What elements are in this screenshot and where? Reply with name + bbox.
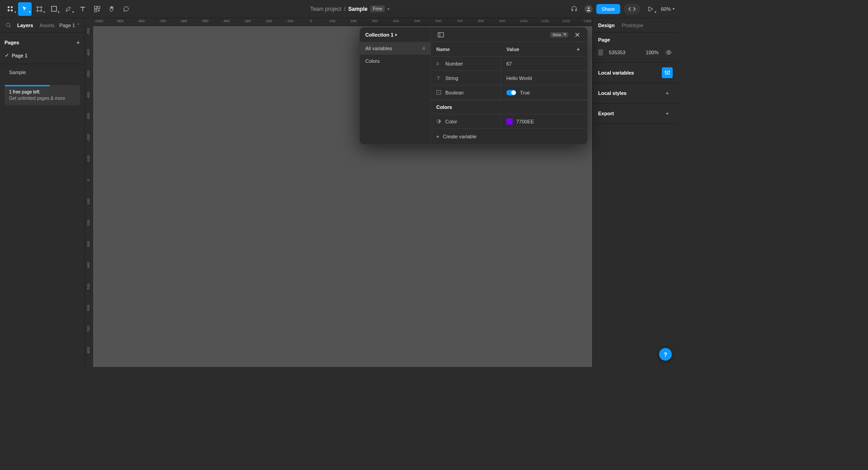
chevron-down-icon: ▾ xyxy=(43,10,45,14)
help-label: ? xyxy=(664,351,667,358)
upsell-progress xyxy=(5,85,50,86)
var-value[interactable]: Hello World xyxy=(506,75,532,81)
svg-rect-1 xyxy=(11,6,13,8)
project-breadcrumb[interactable]: Team project xyxy=(310,6,341,12)
frame-tool[interactable]: ▾ xyxy=(33,2,46,16)
text-tool[interactable] xyxy=(76,2,90,16)
var-value[interactable]: 7700EE xyxy=(516,119,534,124)
zoom-control[interactable]: 60% ▾ xyxy=(661,6,675,12)
ruler-tick: 400 xyxy=(393,19,399,23)
tab-design[interactable]: Design xyxy=(598,23,615,28)
bg-hex-input[interactable] xyxy=(607,48,634,57)
ruler-tick: 500 xyxy=(86,283,90,289)
variable-group-colors[interactable]: Colors xyxy=(360,55,430,67)
export-title: Export xyxy=(598,111,614,116)
variable-row-number[interactable]: # Number 67 xyxy=(431,56,587,71)
color-swatch[interactable] xyxy=(506,118,513,125)
left-tabs: Layers Assets xyxy=(17,23,55,28)
ruler-vertical: -700-600-500-400-300-200-100010020030040… xyxy=(85,26,93,367)
search-button[interactable] xyxy=(5,21,13,29)
pen-tool[interactable]: ▾ xyxy=(61,2,75,16)
add-export-button[interactable]: + xyxy=(662,108,673,119)
tab-prototype[interactable]: Prototype xyxy=(622,23,643,28)
chevron-down-icon: ▾ xyxy=(72,10,74,14)
tab-layers[interactable]: Layers xyxy=(17,23,33,28)
toggle-sidebar-button[interactable] xyxy=(435,29,446,40)
resources-icon xyxy=(94,6,100,12)
page-row[interactable]: ✓ Page 1 xyxy=(0,50,85,61)
svg-rect-6 xyxy=(98,6,100,9)
ruler-tick: 200 xyxy=(86,220,90,226)
hand-tool[interactable] xyxy=(105,2,118,16)
ruler-tick: -300 xyxy=(86,113,90,120)
var-value[interactable]: 67 xyxy=(506,61,512,66)
variable-row-string[interactable]: String Hello World xyxy=(431,71,587,85)
ruler-horizontal: -1000-900-800-700-600-500-400-300-200-10… xyxy=(93,18,592,26)
chevron-down-icon: ▾ xyxy=(655,10,656,14)
plus-icon: + xyxy=(666,111,669,116)
svg-rect-7 xyxy=(94,9,97,12)
bg-opacity-input[interactable] xyxy=(641,48,661,57)
share-button[interactable]: Share xyxy=(596,4,620,14)
ruler-tick: -300 xyxy=(244,19,251,23)
group-label: Colors xyxy=(365,58,380,64)
present-button[interactable]: ▾ xyxy=(644,2,657,16)
ruler-tick: 800 xyxy=(86,347,90,353)
variables-table: Beta Name Value + # Number 67 xyxy=(431,28,587,144)
beta-badge[interactable]: Beta xyxy=(550,32,568,38)
svg-point-10 xyxy=(668,52,670,53)
toolbar-right: Share ▾ 60% ▾ xyxy=(567,2,675,16)
chevron-down-icon: ▾ xyxy=(395,33,397,37)
variables-top-bar: Beta xyxy=(431,28,587,42)
variable-row-boolean[interactable]: Boolean True xyxy=(431,85,587,100)
boolean-type-icon xyxy=(436,90,442,95)
local-styles-title: Local styles xyxy=(598,90,627,96)
person-icon xyxy=(586,6,591,12)
resources-tool[interactable] xyxy=(90,2,104,16)
col-value: Value xyxy=(506,47,519,52)
ruler-tick: 400 xyxy=(86,262,90,268)
upsell-card[interactable]: 1 free page left. Get unlimited pages & … xyxy=(5,85,80,105)
ruler-tick: 600 xyxy=(435,19,441,23)
upsell-line1: 1 free page left. xyxy=(9,89,75,94)
eye-icon xyxy=(665,49,672,56)
open-variables-button[interactable] xyxy=(662,67,673,78)
variable-row-color[interactable]: Color 7700EE xyxy=(431,114,587,129)
file-name[interactable]: Sample xyxy=(348,6,368,12)
layer-row[interactable]: Sample xyxy=(0,67,85,78)
close-modal-button[interactable] xyxy=(572,29,583,40)
tab-assets[interactable]: Assets xyxy=(39,23,54,28)
comment-tool[interactable] xyxy=(119,2,133,16)
beta-label: Beta xyxy=(552,33,561,37)
variable-group-all[interactable]: All variables 4 xyxy=(360,42,430,55)
ruler-tick: -100 xyxy=(86,155,90,163)
variables-collection-header[interactable]: Collection 1 ▾ xyxy=(360,28,430,42)
help-button[interactable]: ? xyxy=(659,348,672,361)
var-name: String xyxy=(445,75,458,81)
shape-tool[interactable]: ▾ xyxy=(47,2,61,16)
menu-button[interactable]: ▾ xyxy=(4,2,17,16)
add-mode-button[interactable]: + xyxy=(573,44,584,55)
user-avatar[interactable] xyxy=(585,5,593,13)
move-tool[interactable]: ▾ xyxy=(18,2,32,16)
add-style-button[interactable]: + xyxy=(662,88,673,99)
boolean-toggle[interactable] xyxy=(506,90,516,95)
create-variable-button[interactable]: + Create variable xyxy=(431,129,587,144)
add-page-button[interactable]: + xyxy=(76,39,80,46)
svg-point-12 xyxy=(667,73,668,75)
chevron-down-icon: ▾ xyxy=(29,10,31,14)
plus-icon: + xyxy=(436,134,439,139)
ruler-tick: -600 xyxy=(86,49,90,56)
ruler-tick: 1200 xyxy=(562,19,570,23)
dev-mode-toggle[interactable] xyxy=(624,4,640,14)
visibility-toggle[interactable] xyxy=(665,47,673,58)
local-variables-title: Local variables xyxy=(598,70,634,75)
ruler-tick: 1000 xyxy=(519,19,528,23)
page-indicator[interactable]: Page 1 ⌃ xyxy=(59,23,80,28)
color-type-icon xyxy=(436,119,442,124)
chevron-down-icon[interactable]: ▾ xyxy=(387,7,390,11)
ruler-tick: -200 xyxy=(86,134,90,141)
svg-point-8 xyxy=(588,7,590,9)
audio-button[interactable] xyxy=(567,2,581,16)
bg-swatch[interactable] xyxy=(598,49,603,56)
